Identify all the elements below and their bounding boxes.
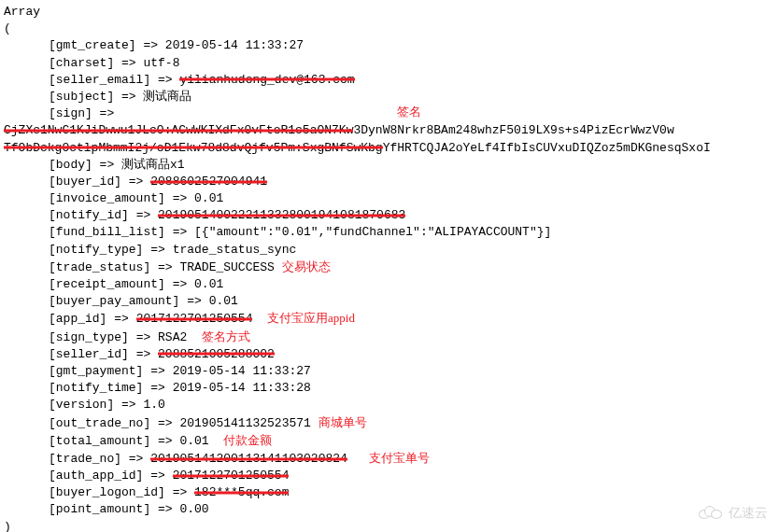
key: [auth_app_id] <box>49 469 143 483</box>
value: 0.01 <box>194 277 223 291</box>
key: [app_id] <box>49 312 106 326</box>
row-gmt-payment: [gmt_payment] => 2019-05-14 11:33:27 <box>4 363 775 380</box>
arrow: => <box>121 452 150 466</box>
value: 3DynW8Nrkr8BAm248whzF50i9LX9s+s4PizEcrWw… <box>353 123 673 137</box>
arrow: => <box>143 469 172 483</box>
annotation-out-trade-no: 商城单号 <box>319 415 367 429</box>
value: 测试商品 <box>143 90 191 104</box>
value: 0.01 <box>179 434 208 448</box>
value: 0.01 <box>194 191 223 205</box>
key: [sign] <box>49 106 92 120</box>
key: [notify_id] <box>49 208 129 222</box>
key: [seller_email] <box>49 73 150 87</box>
array-declaration: Array <box>4 4 775 21</box>
arrow: => <box>114 398 143 412</box>
value: TRADE_SUCCESS <box>179 260 274 274</box>
redacted-value: 182***5qq.com <box>194 484 289 501</box>
annotation-trade-no: 支付宝单号 <box>369 451 430 465</box>
key: [gmt_create] <box>49 38 136 52</box>
key: [subject] <box>49 90 114 104</box>
key: [fund_bill_list] <box>49 225 165 239</box>
redacted-value: 2088602527004941 <box>150 174 267 190</box>
value: 测试商品x1 <box>121 158 185 172</box>
row-sign-key: [sign] => 签名 <box>4 105 775 122</box>
key: [point_amount] <box>49 502 150 516</box>
row-notify-type: [notify_type] => trade_status_sync <box>4 242 775 259</box>
key: [sign_type] <box>49 330 129 344</box>
key: [buyer_id] <box>49 175 121 189</box>
row-trade-status: [trade_status] => TRADE_SUCCESS 交易状态 <box>4 259 775 276</box>
annotation-app-id: 支付宝应用appid <box>267 311 355 325</box>
key: [seller_id] <box>49 347 129 361</box>
arrow: => <box>129 208 158 222</box>
row-point-amount: [point_amount] => 0.00 <box>4 501 775 518</box>
row-sign-line2: TfObDckg0ctlpMbmmI2j/oD1Ekw78d8dvQjfv5Pm… <box>4 140 775 157</box>
arrow: => <box>165 485 194 499</box>
row-buyer-pay-amount: [buyer_pay_amount] => 0.01 <box>4 293 775 310</box>
arrow: => <box>150 502 179 516</box>
value: 0.01 <box>209 294 238 308</box>
row-body: [body] => 测试商品x1 <box>4 157 775 174</box>
row-seller-email: [seller_email] => yilianhudong_dev@163.c… <box>4 72 775 89</box>
value: 0.00 <box>179 502 208 516</box>
row-notify-time: [notify_time] => 2019-05-14 11:33:28 <box>4 380 775 397</box>
arrow: => <box>150 260 179 274</box>
row-sign-line1: CjZXc1NwC1KJiDwwu1JLcO:ACwWKIXdFx0vFtoR1… <box>4 122 775 139</box>
redacted-value: 2017122701250554 <box>173 468 290 484</box>
annotation-total-amount: 付款金额 <box>223 433 272 447</box>
arrow: => <box>165 277 194 291</box>
cloud-icon <box>699 506 723 521</box>
row-version: [version] => 1.0 <box>4 397 775 413</box>
redacted-value: yilianhudong_dev@163.com <box>179 72 354 89</box>
arrow: => <box>143 364 172 378</box>
annotation-trade-status: 交易状态 <box>282 259 331 273</box>
arrow: => <box>136 38 165 52</box>
row-receipt-amount: [receipt_amount] => 0.01 <box>4 276 775 293</box>
row-seller-id: [seller_id] => 2088521005288002 <box>4 346 775 363</box>
arrow: => <box>92 106 121 120</box>
value: utf-8 <box>143 56 179 70</box>
key: [buyer_pay_amount] <box>49 294 179 308</box>
arrow: => <box>150 434 179 448</box>
arrow: => <box>165 191 194 205</box>
arrow: => <box>165 225 194 239</box>
key: [invoice_amount] <box>49 191 165 205</box>
value: RSA2 <box>158 330 187 344</box>
annotation-sign: 签名 <box>397 104 421 120</box>
arrow: => <box>150 73 179 87</box>
key: [notify_time] <box>49 381 143 395</box>
arrow: => <box>150 416 179 430</box>
arrow: => <box>114 56 143 70</box>
redacted-value: 201905141200113141103020824 <box>150 451 347 468</box>
redacted-value: 2088521005288002 <box>158 346 275 363</box>
redacted-value: TfObDckg0ctlpMbmmI2j/oD1Ekw78d8dvQjfv5Pm… <box>4 140 383 157</box>
arrow: => <box>114 90 143 104</box>
arrow: => <box>129 347 158 361</box>
row-buyer-logon-id: [buyer_logon_id] => 182***5qq.com <box>4 484 775 501</box>
row-invoice-amount: [invoice_amount] => 0.01 <box>4 190 775 207</box>
key: [buyer_logon_id] <box>49 485 165 499</box>
annotation-sign-type: 签名方式 <box>202 329 250 343</box>
row-trade-no: [trade_no] => 20190514120011314110302082… <box>4 450 775 468</box>
row-out-trade-no: [out_trade_no] => 201905141132523571 商城单… <box>4 414 775 432</box>
key: [version] <box>49 398 114 412</box>
value: 2019-05-14 11:33:27 <box>173 364 311 378</box>
row-charset: [charset] => utf-8 <box>4 55 775 72</box>
paren-open: ( <box>4 21 775 37</box>
redacted-value: 2019051400222113328001941081870683 <box>158 207 405 224</box>
row-notify-id: [notify_id] => 2019051400222113328001941… <box>4 207 775 224</box>
key: [gmt_payment] <box>49 364 143 378</box>
value: 201905141132523571 <box>179 416 310 430</box>
row-sign-type: [sign_type] => RSA2 签名方式 <box>4 329 775 346</box>
redacted-value: CjZXc1NwC1KJiDwwu1JLcO:ACwWKIXdFx0vFtoR1… <box>4 122 353 139</box>
key: [receipt_amount] <box>49 277 165 291</box>
key: [notify_type] <box>49 243 143 257</box>
row-fund-bill-list: [fund_bill_list] => [{"amount":"0.01","f… <box>4 224 775 241</box>
key: [charset] <box>49 56 114 70</box>
value: 1.0 <box>143 398 164 412</box>
row-buyer-id: [buyer_id] => 2088602527004941 <box>4 174 775 190</box>
arrow: => <box>143 381 172 395</box>
arrow: => <box>179 294 208 308</box>
key: [total_amount] <box>49 434 150 448</box>
watermark-text: 亿速云 <box>729 504 768 523</box>
